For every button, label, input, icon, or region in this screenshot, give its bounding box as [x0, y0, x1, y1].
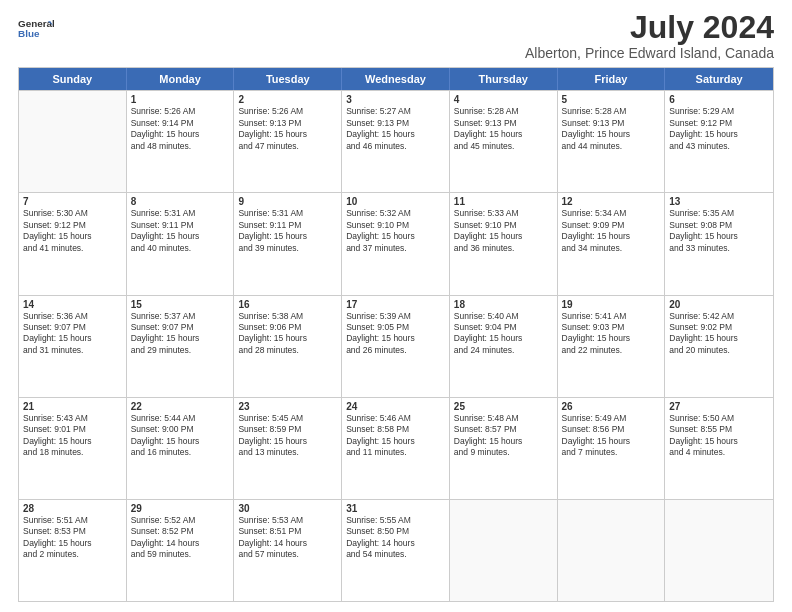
cell-line: Sunrise: 5:53 AM	[238, 515, 337, 526]
cell-line: Daylight: 15 hours	[131, 333, 230, 344]
cell-line: Sunrise: 5:51 AM	[23, 515, 122, 526]
day-number: 10	[346, 196, 445, 207]
day-number: 9	[238, 196, 337, 207]
cell-line: Daylight: 15 hours	[23, 436, 122, 447]
cell-line: Daylight: 15 hours	[562, 333, 661, 344]
day-number: 30	[238, 503, 337, 514]
calendar-row-0: 1Sunrise: 5:26 AMSunset: 9:14 PMDaylight…	[19, 90, 773, 192]
cell-line: Daylight: 15 hours	[131, 231, 230, 242]
cell-line: Sunset: 9:09 PM	[562, 220, 661, 231]
cell-line: Daylight: 15 hours	[23, 538, 122, 549]
cell-line: Sunset: 9:13 PM	[454, 118, 553, 129]
cell-line: Daylight: 15 hours	[346, 231, 445, 242]
cell-line: and 9 minutes.	[454, 447, 553, 458]
page: General Blue July 2024 Alberton, Prince …	[0, 0, 792, 612]
day-number: 21	[23, 401, 122, 412]
cell-line: Sunrise: 5:41 AM	[562, 311, 661, 322]
calendar-cell-empty-0-0	[19, 91, 127, 192]
cell-line: Sunset: 8:52 PM	[131, 526, 230, 537]
cell-line: and 7 minutes.	[562, 447, 661, 458]
cell-line: Sunrise: 5:31 AM	[238, 208, 337, 219]
cell-line: Daylight: 15 hours	[669, 231, 769, 242]
cell-line: Sunrise: 5:48 AM	[454, 413, 553, 424]
cell-line: Sunset: 9:00 PM	[131, 424, 230, 435]
day-number: 24	[346, 401, 445, 412]
svg-text:General: General	[18, 18, 54, 29]
cell-line: Sunrise: 5:26 AM	[238, 106, 337, 117]
cell-line: and 28 minutes.	[238, 345, 337, 356]
calendar-cell-13: 13Sunrise: 5:35 AMSunset: 9:08 PMDayligh…	[665, 193, 773, 294]
day-number: 7	[23, 196, 122, 207]
cell-line: Sunrise: 5:46 AM	[346, 413, 445, 424]
cell-line: Sunset: 8:59 PM	[238, 424, 337, 435]
calendar-cell-22: 22Sunrise: 5:44 AMSunset: 9:00 PMDayligh…	[127, 398, 235, 499]
cell-line: Daylight: 15 hours	[23, 333, 122, 344]
cell-line: and 33 minutes.	[669, 243, 769, 254]
cell-line: Sunrise: 5:43 AM	[23, 413, 122, 424]
logo: General Blue	[18, 10, 54, 46]
cell-line: and 24 minutes.	[454, 345, 553, 356]
cell-line: and 31 minutes.	[23, 345, 122, 356]
cell-line: Daylight: 15 hours	[238, 129, 337, 140]
svg-text:Blue: Blue	[18, 28, 40, 39]
cell-line: and 22 minutes.	[562, 345, 661, 356]
cell-line: Daylight: 15 hours	[238, 436, 337, 447]
header-day-thursday: Thursday	[450, 68, 558, 90]
header-day-friday: Friday	[558, 68, 666, 90]
cell-line: Daylight: 15 hours	[562, 436, 661, 447]
calendar-row-4: 28Sunrise: 5:51 AMSunset: 8:53 PMDayligh…	[19, 499, 773, 601]
calendar-row-3: 21Sunrise: 5:43 AMSunset: 9:01 PMDayligh…	[19, 397, 773, 499]
cell-line: Sunset: 9:06 PM	[238, 322, 337, 333]
day-number: 26	[562, 401, 661, 412]
cell-line: Daylight: 15 hours	[454, 231, 553, 242]
cell-line: Sunset: 9:05 PM	[346, 322, 445, 333]
calendar-cell-25: 25Sunrise: 5:48 AMSunset: 8:57 PMDayligh…	[450, 398, 558, 499]
header-day-saturday: Saturday	[665, 68, 773, 90]
cell-line: Daylight: 15 hours	[23, 231, 122, 242]
cell-line: and 44 minutes.	[562, 141, 661, 152]
cell-line: Sunset: 9:10 PM	[454, 220, 553, 231]
cell-line: Sunrise: 5:26 AM	[131, 106, 230, 117]
cell-line: and 11 minutes.	[346, 447, 445, 458]
calendar-cell-24: 24Sunrise: 5:46 AMSunset: 8:58 PMDayligh…	[342, 398, 450, 499]
cell-line: and 20 minutes.	[669, 345, 769, 356]
cell-line: Sunrise: 5:30 AM	[23, 208, 122, 219]
cell-line: and 47 minutes.	[238, 141, 337, 152]
cell-line: and 18 minutes.	[23, 447, 122, 458]
calendar: SundayMondayTuesdayWednesdayThursdayFrid…	[18, 67, 774, 602]
cell-line: Sunset: 9:08 PM	[669, 220, 769, 231]
calendar-cell-5: 5Sunrise: 5:28 AMSunset: 9:13 PMDaylight…	[558, 91, 666, 192]
calendar-cell-11: 11Sunrise: 5:33 AMSunset: 9:10 PMDayligh…	[450, 193, 558, 294]
calendar-cell-30: 30Sunrise: 5:53 AMSunset: 8:51 PMDayligh…	[234, 500, 342, 601]
day-number: 22	[131, 401, 230, 412]
cell-line: and 43 minutes.	[669, 141, 769, 152]
cell-line: Sunset: 9:12 PM	[669, 118, 769, 129]
day-number: 31	[346, 503, 445, 514]
cell-line: Sunset: 8:50 PM	[346, 526, 445, 537]
calendar-cell-15: 15Sunrise: 5:37 AMSunset: 9:07 PMDayligh…	[127, 296, 235, 397]
cell-line: Sunrise: 5:45 AM	[238, 413, 337, 424]
day-number: 20	[669, 299, 769, 310]
cell-line: Sunrise: 5:29 AM	[669, 106, 769, 117]
calendar-cell-12: 12Sunrise: 5:34 AMSunset: 9:09 PMDayligh…	[558, 193, 666, 294]
cell-line: and 26 minutes.	[346, 345, 445, 356]
day-number: 29	[131, 503, 230, 514]
cell-line: Sunset: 8:58 PM	[346, 424, 445, 435]
calendar-cell-17: 17Sunrise: 5:39 AMSunset: 9:05 PMDayligh…	[342, 296, 450, 397]
cell-line: and 29 minutes.	[131, 345, 230, 356]
day-number: 15	[131, 299, 230, 310]
header-day-sunday: Sunday	[19, 68, 127, 90]
cell-line: Sunset: 9:03 PM	[562, 322, 661, 333]
day-number: 14	[23, 299, 122, 310]
cell-line: Sunset: 8:57 PM	[454, 424, 553, 435]
logo-svg: General Blue	[18, 10, 54, 46]
header: General Blue July 2024 Alberton, Prince …	[18, 10, 774, 61]
cell-line: and 54 minutes.	[346, 549, 445, 560]
cell-line: Daylight: 14 hours	[131, 538, 230, 549]
day-number: 13	[669, 196, 769, 207]
calendar-row-1: 7Sunrise: 5:30 AMSunset: 9:12 PMDaylight…	[19, 192, 773, 294]
cell-line: Sunset: 9:02 PM	[669, 322, 769, 333]
cell-line: Sunrise: 5:35 AM	[669, 208, 769, 219]
cell-line: and 34 minutes.	[562, 243, 661, 254]
cell-line: Sunrise: 5:27 AM	[346, 106, 445, 117]
